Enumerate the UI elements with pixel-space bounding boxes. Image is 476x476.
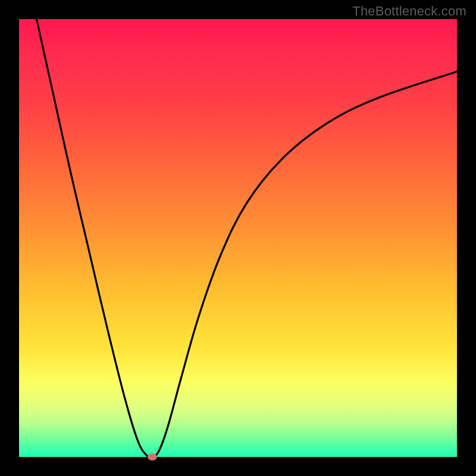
chart-frame: TheBottleneck.com (0, 0, 476, 476)
bottleneck-curve (36, 19, 457, 457)
plot-area (19, 19, 457, 457)
curve-svg (19, 19, 457, 457)
min-marker (148, 453, 157, 461)
watermark-text: TheBottleneck.com (352, 4, 466, 19)
